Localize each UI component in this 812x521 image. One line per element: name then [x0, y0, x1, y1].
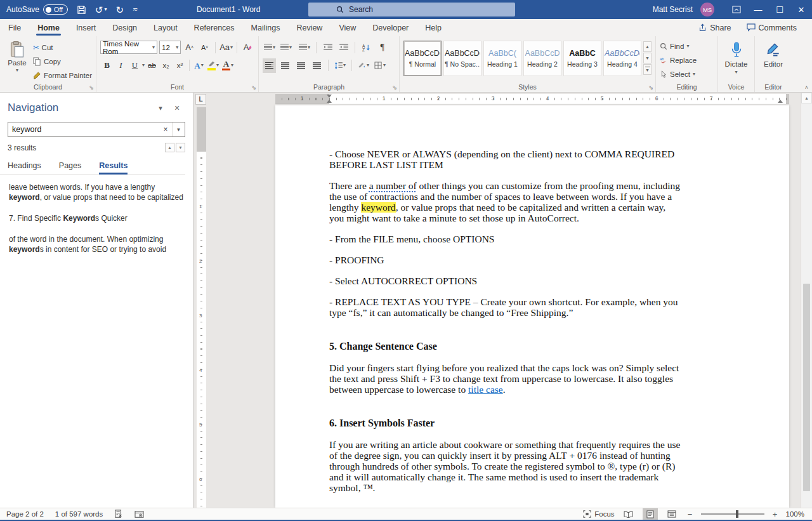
undo-dropdown-icon[interactable]: ▾	[104, 7, 107, 12]
align-center-button[interactable]	[278, 58, 292, 73]
highlight-button[interactable]: ▾	[206, 58, 220, 73]
tab-mailings[interactable]: Mailings	[243, 19, 289, 36]
zoom-slider-thumb[interactable]	[736, 510, 738, 518]
style-nospac[interactable]: AaBbCcDc¶ No Spac...	[443, 41, 481, 76]
shrink-font-button[interactable]: A˅	[198, 40, 211, 55]
zoom-slider[interactable]	[701, 513, 764, 515]
font-color-button[interactable]: A▾	[221, 58, 235, 73]
undo-button[interactable]: ↺▾	[95, 5, 107, 15]
document-content[interactable]: - Choose NEVER or ALWAYS (depending on t…	[329, 148, 681, 493]
page-indicator[interactable]: Page 2 of 2	[6, 510, 44, 518]
text-effects-button[interactable]: A▾	[192, 58, 206, 73]
styles-gallery-expand-icon[interactable]: ▼	[643, 64, 652, 75]
document-page[interactable]: - Choose NEVER or ALWAYS (depending on t…	[275, 105, 789, 508]
dictate-button[interactable]: Dictate ▾	[722, 39, 750, 75]
copy-button[interactable]: Copy	[33, 55, 92, 67]
tab-references[interactable]: References	[186, 19, 243, 36]
tab-layout[interactable]: Layout	[145, 19, 186, 36]
tab-view[interactable]: View	[331, 19, 364, 36]
bold-button[interactable]: B	[100, 58, 114, 73]
search-box[interactable]: Search	[308, 3, 515, 16]
underline-dropdown-icon[interactable]: ▾	[142, 63, 145, 68]
replace-button[interactable]: ab Replace	[660, 54, 714, 67]
scroll-up-icon[interactable]: ▲	[801, 93, 812, 103]
word-count[interactable]: 1 of 597 words	[55, 510, 103, 518]
clear-formatting-button[interactable]: A▰	[241, 40, 254, 55]
nav-tab-pages[interactable]: Pages	[59, 159, 81, 174]
next-result-icon[interactable]: ▼	[176, 143, 185, 152]
navigation-close-icon[interactable]: ×	[169, 103, 185, 113]
zoom-in-button[interactable]: +	[771, 510, 780, 519]
borders-button[interactable]: ▾	[373, 58, 387, 73]
decrease-indent-button[interactable]	[321, 40, 334, 55]
format-painter-button[interactable]: Format Painter	[33, 70, 92, 82]
tab-home[interactable]: Home	[29, 19, 68, 36]
align-left-button[interactable]	[263, 58, 276, 73]
tab-developer[interactable]: Developer	[364, 19, 417, 36]
grow-font-button[interactable]: A˄	[183, 40, 196, 55]
text-segment-link[interactable]: title case	[468, 384, 503, 395]
sort-button[interactable]: AZ	[360, 40, 373, 55]
multilevel-list-button[interactable]: ▾	[296, 40, 311, 55]
print-layout-button[interactable]	[643, 508, 658, 520]
style-normal[interactable]: AaBbCcDc¶ Normal	[403, 41, 442, 76]
search-result-1[interactable]: leave between words. If you have a lengt…	[9, 182, 184, 202]
cut-button[interactable]: ✂ Cut	[33, 41, 92, 53]
search-options-icon[interactable]: ▼	[172, 122, 185, 136]
tab-review[interactable]: Review	[288, 19, 331, 36]
close-button[interactable]: ✕	[790, 0, 812, 19]
zoom-out-button[interactable]: −	[686, 510, 695, 519]
user-name[interactable]: Matt Secrist	[653, 5, 693, 14]
right-indent-marker[interactable]	[778, 100, 783, 103]
style-heading3[interactable]: AaBbCHeading 3	[563, 41, 601, 76]
scrollbar-thumb[interactable]	[803, 284, 810, 491]
web-layout-button[interactable]	[664, 508, 679, 520]
avatar[interactable]: MS	[700, 3, 714, 16]
bullets-button[interactable]: ▾	[263, 40, 277, 55]
styles-scroll-up-icon[interactable]: ▲	[643, 41, 652, 52]
italic-button[interactable]: I	[114, 58, 128, 73]
find-button[interactable]: Find▾	[660, 40, 714, 53]
navigation-options-icon[interactable]: ▾	[152, 104, 169, 112]
show-marks-button[interactable]: ¶	[376, 40, 389, 55]
minimize-button[interactable]: —	[747, 0, 769, 19]
read-mode-button[interactable]	[621, 508, 636, 520]
zoom-level[interactable]: 100%	[786, 510, 804, 518]
strikethrough-button[interactable]: ab	[145, 58, 159, 73]
save-button[interactable]	[77, 5, 86, 15]
align-right-button[interactable]	[294, 58, 308, 73]
tab-help[interactable]: Help	[417, 19, 450, 36]
increase-indent-button[interactable]	[337, 40, 350, 55]
style-heading4[interactable]: AaBbCcDcHeading 4	[603, 41, 641, 76]
justify-button[interactable]	[310, 58, 324, 73]
search-result-3[interactable]: of the word in the document. When optimi…	[9, 234, 184, 254]
collapse-ribbon-icon[interactable]: ˄	[805, 84, 808, 91]
underline-button[interactable]: U	[128, 58, 141, 73]
customize-qat-button[interactable]: ≂	[133, 6, 138, 13]
autosave-toggle[interactable]: AutoSave Off	[6, 4, 68, 15]
clear-search-icon[interactable]: ×	[159, 125, 172, 134]
font-name-combo[interactable]: Times New Rom▾	[100, 41, 157, 54]
font-size-combo[interactable]: 12▾	[159, 41, 181, 54]
vertical-scrollbar[interactable]: ▲	[801, 93, 812, 508]
share-button[interactable]: Share	[692, 22, 737, 34]
change-case-button[interactable]: Aa▾	[219, 40, 233, 55]
tab-insert[interactable]: Insert	[68, 19, 104, 36]
dictate-dropdown-icon[interactable]: ▾	[735, 70, 737, 75]
comments-button[interactable]: Comments	[740, 22, 803, 34]
style-heading2[interactable]: AaBbCcDHeading 2	[523, 41, 561, 76]
superscript-button[interactable]: x²	[173, 58, 187, 73]
macro-record-button[interactable]	[134, 510, 144, 518]
proofing-errors-button[interactable]	[114, 510, 123, 518]
numbering-button[interactable]: ▾	[279, 40, 293, 55]
focus-button[interactable]: Focus	[583, 510, 614, 518]
ribbon-display-options-button[interactable]	[726, 0, 747, 19]
style-heading1[interactable]: AaBbC(Heading 1	[483, 41, 521, 76]
line-spacing-button[interactable]: ▾	[333, 58, 347, 73]
nav-tab-results[interactable]: Results	[99, 159, 128, 174]
search-result-2[interactable]: 7. Find Specific Keywords Quicker	[9, 213, 184, 223]
maximize-button[interactable]: ☐	[769, 0, 790, 19]
styles-scroll-down-icon[interactable]: ▼	[643, 53, 652, 63]
tab-selector-button[interactable]: L	[195, 94, 206, 105]
subscript-button[interactable]: x₂	[159, 58, 173, 73]
